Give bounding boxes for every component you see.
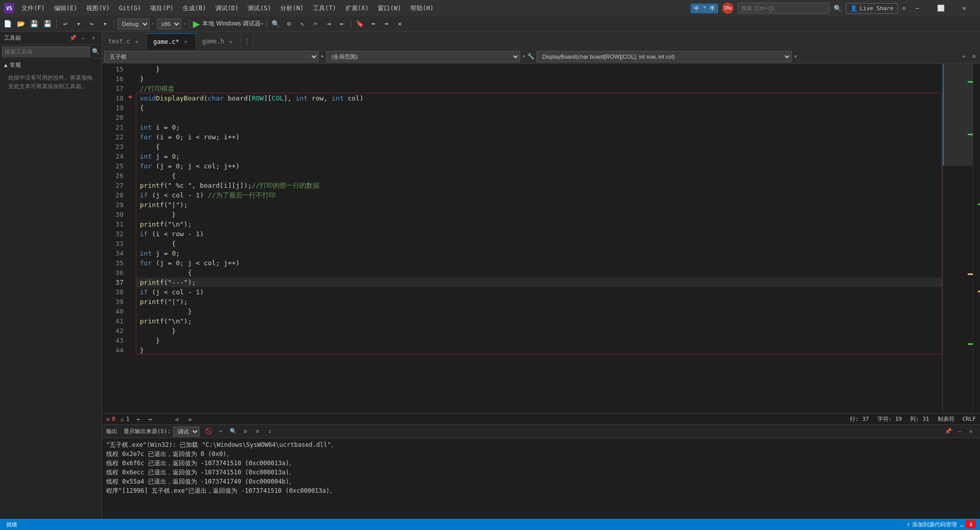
file-selector[interactable]: 五子棋 bbox=[104, 51, 318, 62]
error-count: 0 bbox=[112, 416, 115, 422]
selector-icon-add[interactable]: + bbox=[960, 53, 968, 61]
menu-view[interactable]: 视图(V) bbox=[82, 2, 114, 15]
line-ending[interactable]: CRLF bbox=[963, 416, 976, 422]
menu-build[interactable]: 生成(B) bbox=[179, 2, 210, 15]
alert-badge: 4 bbox=[966, 520, 976, 528]
menu-debug[interactable]: 调试(D) bbox=[211, 2, 243, 15]
menu-window[interactable]: 窗口(W) bbox=[374, 2, 405, 15]
gutter: ● bbox=[128, 64, 136, 413]
error-indicator[interactable]: ✕ 0 ⚠ 1 bbox=[106, 416, 130, 423]
toolbox-pin-button[interactable]: 📌 bbox=[69, 34, 77, 42]
open-file-button[interactable]: 📂 bbox=[15, 18, 27, 30]
cursor-button[interactable]: ↖ bbox=[297, 18, 308, 30]
code-status-bar: ✕ 0 ⚠ 1 ← → ◀ ▶ 行: 37 字符: 19 列: 31 制表符 C… bbox=[102, 413, 980, 424]
cut-button[interactable]: ✂ bbox=[310, 18, 321, 30]
vs-logo: VS bbox=[4, 3, 14, 13]
tab-test-c[interactable]: test.c ✕ bbox=[102, 33, 147, 49]
tab-game-h-close[interactable]: ✕ bbox=[227, 38, 234, 45]
output-settings-button[interactable]: ⚙ bbox=[240, 426, 251, 437]
menu-project[interactable]: 项目(P) bbox=[146, 2, 178, 15]
line-numbers: 1516171819202122232425262728293031323334… bbox=[102, 64, 128, 413]
format-btn2[interactable]: ⇤ bbox=[336, 18, 348, 30]
menu-edit[interactable]: 编辑(E) bbox=[50, 2, 82, 15]
nav-back-button[interactable]: ← bbox=[134, 414, 144, 424]
menu-file[interactable]: 文件(F) bbox=[17, 2, 49, 15]
right-decorations bbox=[973, 64, 980, 413]
minimap[interactable] bbox=[942, 64, 973, 413]
code-editor[interactable]: 1516171819202122232425262728293031323334… bbox=[102, 64, 980, 413]
code-lines: }}//打印棋盘void DisplayBoard(char board[ROW… bbox=[136, 64, 942, 356]
menu-analyze[interactable]: 分析(N) bbox=[276, 2, 308, 15]
undo-button[interactable]: ↩ bbox=[60, 18, 71, 30]
menu-test[interactable]: 测试(S) bbox=[243, 2, 275, 15]
code-scroll-area[interactable]: }}//打印棋盘void DisplayBoard(char board[ROW… bbox=[136, 64, 942, 413]
sep2 bbox=[114, 19, 114, 29]
debug-config-dropdown[interactable]: Debug bbox=[117, 18, 150, 30]
output-minimize-button[interactable]: — bbox=[954, 426, 965, 437]
maximize-button[interactable]: ⬜ bbox=[929, 0, 952, 16]
selector-arrow3: ▾ bbox=[794, 53, 797, 60]
toolbox-collapse-button[interactable]: — bbox=[79, 34, 87, 42]
tab-mode[interactable]: 制表符 bbox=[938, 415, 954, 423]
output-pin-button[interactable]: 📌 bbox=[943, 426, 953, 437]
add-to-source-control[interactable]: ↑ 添加到源代码管理 … bbox=[906, 521, 964, 528]
selector-icon-settings[interactable]: ⚙ bbox=[970, 53, 978, 61]
nav-fwd-button[interactable]: → bbox=[145, 414, 155, 424]
bookmark-nav2[interactable]: ➡ bbox=[381, 18, 392, 30]
global-search-input[interactable] bbox=[738, 3, 829, 14]
output-content: "五子棋.exe"(Win32): 已加载 "C:\Windows\SysWOW… bbox=[102, 438, 980, 519]
output-header: 输出 显示输出来源(S): 调试 🚫 ↩ 🔍 ⚙ ≡ ↕ 📌 bbox=[102, 425, 980, 438]
output-close-button[interactable]: ✕ bbox=[966, 426, 976, 437]
toolbox-section-header[interactable]: ▲ 常规 bbox=[4, 60, 97, 70]
new-file-button[interactable]: 📄 bbox=[2, 18, 13, 30]
tab-game-h[interactable]: game.h ✕ bbox=[196, 33, 241, 49]
menu-tools[interactable]: 工具(T) bbox=[309, 2, 340, 15]
toolbar: 📄 📂 💾 💾 ↩ ▾ ↪ ▾ Debug ▾ x86 ▾ ▶ 本地 Windo… bbox=[0, 16, 980, 32]
toolbox-search-icon: 🔍 bbox=[92, 48, 100, 55]
tab-test-c-close[interactable]: ✕ bbox=[133, 38, 140, 45]
status-ready: 就绪 bbox=[4, 521, 19, 528]
scope-selector[interactable]: (全局范围) bbox=[326, 51, 520, 62]
menu-git[interactable]: Git(G) bbox=[115, 3, 145, 14]
tab-game-c-close[interactable]: ✕ bbox=[182, 38, 189, 45]
search-toolbar-btn[interactable]: 🔍 bbox=[270, 18, 281, 30]
undo-dropdown[interactable]: ▾ bbox=[73, 18, 84, 30]
live-share-button[interactable]: 👤 Live Share bbox=[846, 3, 898, 14]
run-button[interactable]: ▶ 本地 Windows 调试器 ▾ bbox=[193, 18, 263, 30]
selector-arrow: ▾ bbox=[321, 53, 324, 60]
tab-game-c[interactable]: game.c* ✕ bbox=[147, 33, 196, 49]
save-button[interactable]: 💾 bbox=[29, 18, 40, 30]
selector-bar: 五子棋 ▾ (全局范围) ▾ 🔧 DisplayBoard(char board… bbox=[102, 49, 980, 64]
tab-overflow[interactable]: ⋮ bbox=[241, 33, 254, 49]
output-filter-button[interactable]: 🔍 bbox=[228, 426, 238, 437]
breakpoint-button[interactable]: ⊙ bbox=[283, 18, 295, 30]
menu-help[interactable]: 帮助(H) bbox=[406, 2, 438, 15]
char-info: 字符: 19 bbox=[877, 415, 902, 423]
bookmark-nav1[interactable]: ⬅ bbox=[368, 18, 379, 30]
run-label: 本地 Windows 调试器 bbox=[202, 19, 261, 28]
minimize-button[interactable]: — bbox=[905, 0, 929, 16]
menu-bar: 文件(F) 编辑(E) 视图(V) Git(G) 项目(P) 生成(B) 调试(… bbox=[17, 2, 438, 15]
close-button[interactable]: ✕ bbox=[952, 0, 976, 16]
title-search-area: 中 ° 半 IRo 🔍 👤 Live Share ⚙ bbox=[691, 3, 905, 14]
title-bar: VS 文件(F) 编辑(E) 视图(V) Git(G) 项目(P) 生成(B) … bbox=[0, 0, 980, 16]
toolbox-search-input[interactable] bbox=[2, 46, 90, 57]
redo-dropdown[interactable]: ▾ bbox=[100, 18, 111, 30]
redo-button[interactable]: ↪ bbox=[86, 18, 97, 30]
user-avatar[interactable]: IRo bbox=[722, 3, 733, 14]
bookmark-button[interactable]: 🔖 bbox=[354, 18, 365, 30]
output-wrap-button[interactable]: ↩ bbox=[216, 426, 226, 437]
menu-extensions[interactable]: 扩展(X) bbox=[341, 2, 373, 15]
bookmark-clear[interactable]: ✕ bbox=[394, 18, 405, 30]
format-btn1[interactable]: ⇥ bbox=[323, 18, 334, 30]
toolbox-close-button[interactable]: ✕ bbox=[89, 34, 97, 42]
window-controls: — ⬜ ✕ bbox=[905, 0, 976, 16]
output-format-button[interactable]: ≡ bbox=[253, 426, 263, 437]
output-sort-button[interactable]: ↕ bbox=[265, 426, 275, 437]
function-selector[interactable]: DisplayBoard(char board[ROW][COL], int r… bbox=[536, 51, 792, 62]
platform-dropdown[interactable]: x86 bbox=[157, 18, 181, 30]
save-all-button[interactable]: 💾 bbox=[42, 18, 53, 30]
output-source-select[interactable]: 调试 bbox=[173, 426, 200, 437]
output-clear-button[interactable]: 🚫 bbox=[204, 426, 214, 437]
add-source-label: 添加到源代码管理 … bbox=[912, 521, 964, 528]
